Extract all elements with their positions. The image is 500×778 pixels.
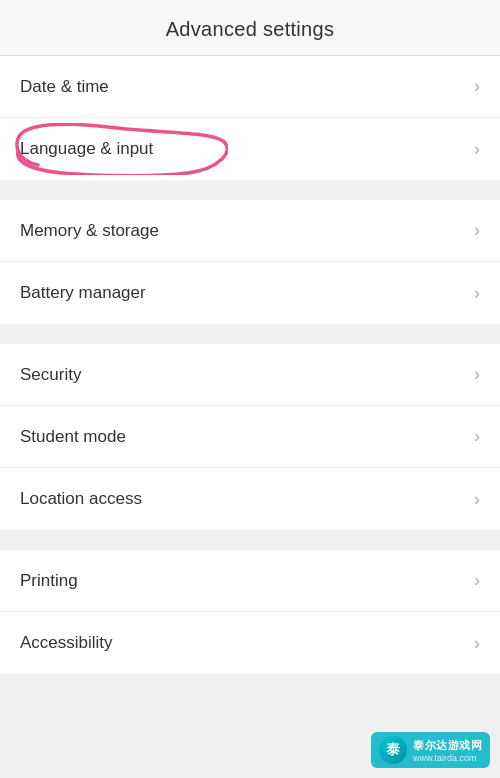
- date-time-label: Date & time: [20, 77, 109, 97]
- security-chevron-icon: ›: [474, 364, 480, 385]
- accessibility-label: Accessibility: [20, 633, 113, 653]
- location-access-label: Location access: [20, 489, 142, 509]
- printing-chevron-icon: ›: [474, 570, 480, 591]
- location-access-chevron-icon: ›: [474, 489, 480, 510]
- settings-item-security[interactable]: Security ›: [0, 344, 500, 406]
- memory-storage-chevron-icon: ›: [474, 220, 480, 241]
- watermark-text-container: 泰尔达游戏网 www.tairda.com: [413, 738, 482, 763]
- settings-item-memory-storage[interactable]: Memory & storage ›: [0, 200, 500, 262]
- settings-item-language-input[interactable]: Language & input ›: [0, 118, 500, 180]
- watermark-badge: 泰 泰尔达游戏网 www.tairda.com: [371, 732, 490, 768]
- battery-manager-label: Battery manager: [20, 283, 146, 303]
- settings-item-battery-manager[interactable]: Battery manager ›: [0, 262, 500, 324]
- separator-3: [0, 540, 500, 550]
- memory-storage-label: Memory & storage: [20, 221, 159, 241]
- settings-item-location-access[interactable]: Location access ›: [0, 468, 500, 530]
- watermark-logo-icon: 泰: [379, 736, 407, 764]
- page-header: Advanced settings: [0, 0, 500, 56]
- page-title: Advanced settings: [166, 18, 335, 40]
- settings-item-printing[interactable]: Printing ›: [0, 550, 500, 612]
- settings-group-1: Date & time › Language & input ›: [0, 56, 500, 180]
- student-mode-label: Student mode: [20, 427, 126, 447]
- accessibility-chevron-icon: ›: [474, 633, 480, 654]
- watermark-url: www.tairda.com: [413, 753, 482, 763]
- settings-group-4: Printing › Accessibility ›: [0, 550, 500, 674]
- security-label: Security: [20, 365, 81, 385]
- settings-item-accessibility[interactable]: Accessibility ›: [0, 612, 500, 674]
- printing-label: Printing: [20, 571, 78, 591]
- settings-item-student-mode[interactable]: Student mode ›: [0, 406, 500, 468]
- language-input-chevron-icon: ›: [474, 139, 480, 160]
- separator-1: [0, 190, 500, 200]
- settings-group-3: Security › Student mode › Location acces…: [0, 344, 500, 530]
- language-input-label: Language & input: [20, 139, 153, 159]
- battery-manager-chevron-icon: ›: [474, 283, 480, 304]
- settings-group-2: Memory & storage › Battery manager ›: [0, 200, 500, 324]
- date-time-chevron-icon: ›: [474, 76, 480, 97]
- separator-2: [0, 334, 500, 344]
- student-mode-chevron-icon: ›: [474, 426, 480, 447]
- watermark-site-name: 泰尔达游戏网: [413, 738, 482, 753]
- settings-item-date-time[interactable]: Date & time ›: [0, 56, 500, 118]
